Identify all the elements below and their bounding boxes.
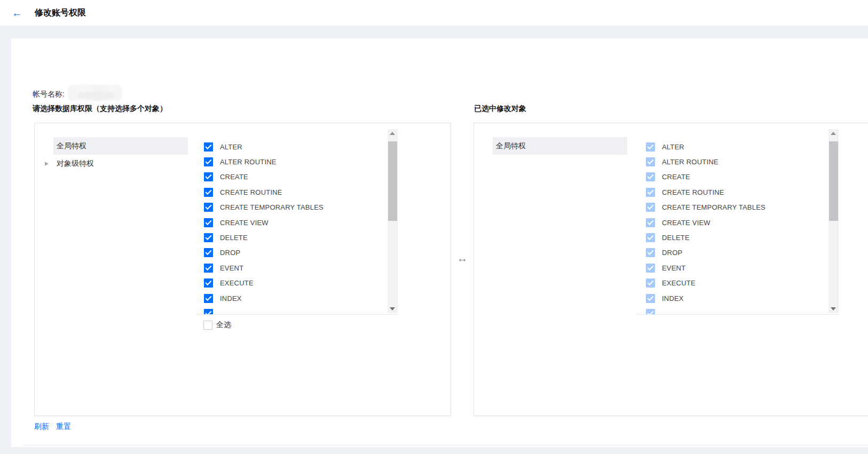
select-all-checkbox-row[interactable]: 全选 xyxy=(203,320,231,330)
privilege-checkbox[interactable] xyxy=(204,218,213,227)
privilege-checkbox xyxy=(646,233,655,242)
privilege-label: CREATE ROUTINE xyxy=(662,188,724,196)
privilege-label: EXECUTE xyxy=(220,279,254,287)
privilege-checkbox xyxy=(646,142,655,152)
scrollbar[interactable] xyxy=(388,129,398,313)
privilege-checkbox[interactable] xyxy=(204,278,213,288)
privilege-checkbox[interactable] xyxy=(204,294,213,303)
privilege-row: DELETE xyxy=(196,230,398,245)
scroll-down-icon[interactable] xyxy=(388,305,398,313)
privilege-row: CREATE xyxy=(196,170,398,185)
privilege-row: EXECUTE xyxy=(636,276,839,291)
privilege-label: DROP xyxy=(220,249,240,257)
select-all-checkbox[interactable] xyxy=(203,321,212,330)
scrollbar[interactable] xyxy=(828,129,839,313)
privilege-label: DELETE xyxy=(220,234,248,242)
source-privileges-panel: 全局特权 对象级特权 ALTERALTER ROUTINECREATECREAT… xyxy=(34,123,451,416)
reset-link[interactable]: 重置 xyxy=(56,422,71,431)
privilege-checkbox xyxy=(646,203,655,212)
privilege-checkbox xyxy=(646,294,655,303)
privilege-label: CREATE VIEW xyxy=(662,219,711,227)
privilege-row: CREATE VIEW xyxy=(636,215,839,230)
privilege-checkbox[interactable] xyxy=(204,188,213,197)
privilege-checkbox[interactable] xyxy=(204,172,213,181)
scroll-up-icon[interactable] xyxy=(388,129,398,137)
privilege-scope-tree: 全局特权 对象级特权 xyxy=(35,137,195,172)
privilege-label: ALTER xyxy=(662,143,684,151)
scrollbar-thumb[interactable] xyxy=(388,141,397,221)
privilege-row: EVENT xyxy=(636,260,839,275)
privilege-row: ALTER ROUTINE xyxy=(196,154,398,169)
privilege-label: EXECUTE xyxy=(662,279,696,287)
privilege-checkbox xyxy=(646,218,655,227)
privilege-checkbox[interactable] xyxy=(204,157,213,166)
privilege-label: INDEX xyxy=(662,294,684,302)
privilege-checkbox xyxy=(646,264,655,273)
selected-scope-tree: 全局特权 xyxy=(474,137,634,155)
privilege-row: ALTER xyxy=(636,139,839,154)
privilege-label: DELETE xyxy=(662,234,690,242)
scroll-down-icon[interactable] xyxy=(828,305,839,313)
privilege-checkbox[interactable] xyxy=(204,248,213,257)
privilege-label: INDEX xyxy=(220,294,242,302)
caret-right-icon[interactable] xyxy=(45,162,49,166)
account-name-label: 帐号名称: xyxy=(33,90,65,99)
privilege-checkbox[interactable] xyxy=(204,264,213,273)
privilege-label: CREATE xyxy=(662,173,690,181)
privilege-checkbox-list: ALTERALTER ROUTINECREATECREATE ROUTINECR… xyxy=(196,123,398,315)
privilege-row: DELETE xyxy=(636,230,839,245)
refresh-link[interactable]: 刷新 xyxy=(34,422,49,431)
privilege-row: DROP xyxy=(196,245,398,260)
privilege-checkbox xyxy=(646,309,655,315)
privilege-row: ALTER ROUTINE xyxy=(636,154,839,169)
tree-item-global-privileges[interactable]: 全局特权 xyxy=(35,137,195,155)
privilege-label: CREATE TEMPORARY TABLES xyxy=(220,203,323,211)
back-icon[interactable]: ← xyxy=(11,6,23,19)
privilege-label: CREATE TEMPORARY TABLES xyxy=(662,203,766,211)
tree-item-label: 全局特权 xyxy=(496,137,526,155)
privilege-checkbox xyxy=(204,309,213,315)
content-card: 帐号名称: 请选择数据库权限（支持选择多个对象） 已选中修改对象 全局特权 对象… xyxy=(11,38,868,447)
privilege-row: ALTER xyxy=(196,139,398,154)
tree-item-global-privileges-selected[interactable]: 全局特权 xyxy=(474,137,634,155)
top-bar: ← 修改账号权限 xyxy=(0,0,868,26)
privilege-label: ALTER ROUTINE xyxy=(220,158,277,166)
footer-divider xyxy=(22,445,868,445)
left-section-title: 请选择数据库权限（支持选择多个对象） xyxy=(33,104,167,114)
privilege-checkbox[interactable] xyxy=(204,142,213,152)
privilege-checkbox xyxy=(646,278,655,288)
privilege-checkbox xyxy=(646,157,655,166)
privilege-row: CREATE TEMPORARY TABLES xyxy=(636,200,839,215)
privilege-row: EVENT xyxy=(196,260,398,275)
privilege-row-clipped xyxy=(636,306,839,315)
privilege-row-clipped xyxy=(196,306,398,315)
privilege-label: EVENT xyxy=(220,264,243,272)
transfer-arrow-icon: ↔ xyxy=(454,252,470,265)
privilege-checkbox xyxy=(646,172,655,181)
privilege-row: CREATE VIEW xyxy=(196,215,398,230)
scroll-up-icon[interactable] xyxy=(828,129,839,137)
privilege-row: CREATE TEMPORARY TABLES xyxy=(196,200,398,215)
privilege-checkbox xyxy=(646,248,655,257)
privilege-checkbox xyxy=(646,188,655,197)
tree-item-label: 对象级特权 xyxy=(57,155,94,172)
tree-item-object-privileges[interactable]: 对象级特权 xyxy=(35,155,195,172)
privilege-row: INDEX xyxy=(196,291,398,306)
selected-objects-panel: 全局特权 ALTERALTER ROUTINECREATECREATE ROUT… xyxy=(474,123,868,416)
privilege-checkbox[interactable] xyxy=(204,203,213,212)
privilege-row: INDEX xyxy=(636,291,839,306)
privilege-label: CREATE ROUTINE xyxy=(220,188,282,196)
select-all-label: 全选 xyxy=(216,320,231,330)
privilege-label: CREATE VIEW xyxy=(220,219,269,227)
account-name-redacted-value xyxy=(68,85,122,101)
scrollbar-thumb[interactable] xyxy=(829,141,838,221)
privilege-row: CREATE xyxy=(636,170,839,185)
privilege-row: CREATE ROUTINE xyxy=(636,185,839,200)
privilege-label: CREATE xyxy=(220,173,248,181)
privilege-row: CREATE ROUTINE xyxy=(196,185,398,200)
page-title: 修改账号权限 xyxy=(35,7,86,19)
privilege-label: ALTER ROUTINE xyxy=(662,158,719,166)
privilege-row: DROP xyxy=(636,245,839,260)
privilege-label: ALTER xyxy=(220,143,242,151)
privilege-checkbox[interactable] xyxy=(204,233,213,242)
